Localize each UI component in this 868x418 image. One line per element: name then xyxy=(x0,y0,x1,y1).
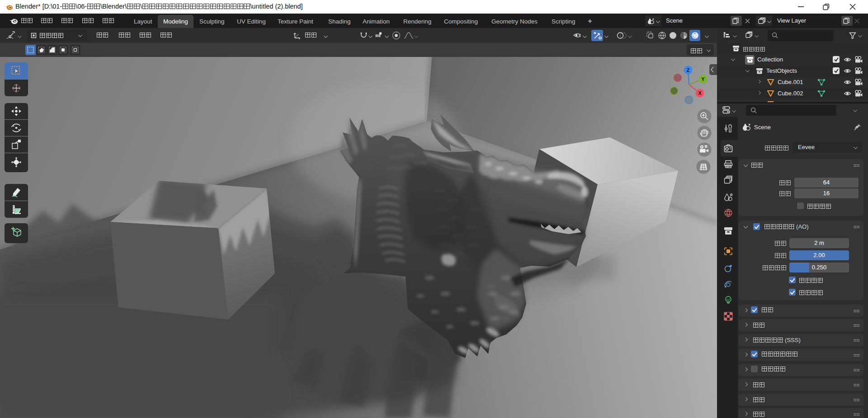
svg-text:X: X xyxy=(698,90,702,96)
svg-text:Y: Y xyxy=(701,76,705,82)
svg-text:Z: Z xyxy=(687,67,690,73)
